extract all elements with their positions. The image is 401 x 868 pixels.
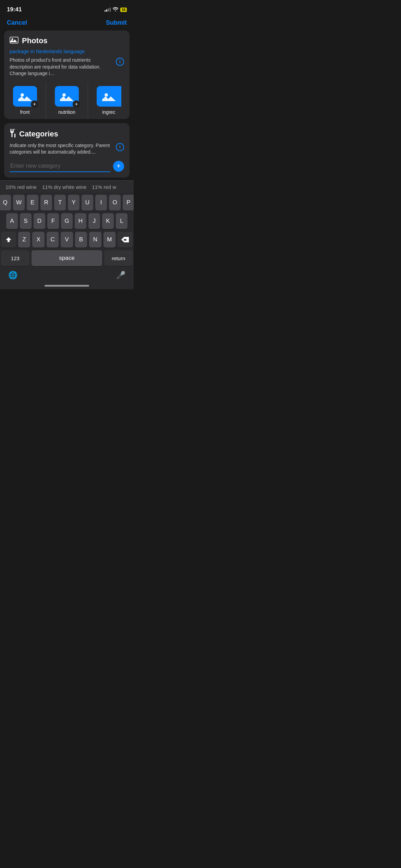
keyboard: Q W E R T Y U I O P A S D F G H J K L Z … [0,193,134,289]
key-m[interactable]: M [104,232,116,248]
photo-icon-nutrition: + [55,86,79,107]
signal-icon [105,8,111,12]
key-y[interactable]: Y [68,195,80,210]
photos-card-link[interactable]: package in Nederlands language [10,48,124,54]
key-o[interactable]: O [109,195,121,210]
wifi-icon [113,7,118,12]
suggestion-0[interactable]: 10% red wine [5,184,37,190]
home-indicator [45,285,89,287]
photos-card: Photos package in Nederlands language Ph… [4,31,130,119]
key-q[interactable]: Q [0,195,11,210]
svg-point-3 [21,93,24,97]
category-input[interactable] [10,160,110,172]
key-j[interactable]: J [88,213,100,229]
keyboard-row-4: 123 space return [0,248,134,267]
key-a[interactable]: A [6,213,18,229]
categories-info-icon[interactable]: i [116,143,124,151]
photos-info-icon[interactable]: i [116,58,124,66]
add-category-button[interactable]: + [113,161,124,172]
photo-item-front[interactable]: + front [4,82,46,119]
key-n[interactable]: N [89,232,101,248]
categories-card: Categories Indicate only the most specif… [4,123,130,178]
categories-description: Indicate only the most specific category… [10,142,124,156]
svg-point-1 [12,38,13,40]
nav-bar: Cancel Submit [0,16,134,31]
photo-label-nutrition: nutrition [58,109,75,115]
photos-card-description: Photos of product's front and nutrients … [10,57,124,77]
suggestion-2[interactable]: 11% red w [92,184,116,190]
svg-point-7 [105,93,108,97]
suggestions-bar: 10% red wine 11% dry white wine 11% red … [0,180,134,193]
battery-icon: 16 [120,8,127,12]
photo-item-nutrition[interactable]: + nutrition [46,82,88,119]
photo-label-front: front [20,109,30,115]
key-s[interactable]: S [20,213,32,229]
fork-icon [10,129,16,140]
delete-key[interactable] [118,232,133,248]
suggestion-1[interactable]: 11% dry white wine [42,184,86,190]
cancel-button[interactable]: Cancel [7,19,27,26]
shift-key[interactable] [1,232,16,248]
numbers-key[interactable]: 123 [1,250,29,266]
key-x[interactable]: X [32,232,44,248]
categories-card-title: Categories [10,129,124,140]
photos-row: + front + nutrition [4,82,130,119]
key-f[interactable]: F [47,213,59,229]
space-key[interactable]: space [32,250,102,266]
photo-label-ingredients: ingrec [102,109,115,115]
key-b[interactable]: B [75,232,87,248]
photo-item-ingredients[interactable]: ingrec [88,82,130,119]
status-icons: 16 [105,7,127,12]
svg-point-5 [62,93,66,97]
key-d[interactable]: D [34,213,45,229]
content-area: Photos package in Nederlands language Ph… [0,31,134,178]
status-time: 19:41 [7,6,22,13]
svg-rect-0 [10,37,18,43]
photo-add-nutrition[interactable]: + [73,100,80,108]
key-i[interactable]: I [95,195,107,210]
key-l[interactable]: L [116,213,127,229]
key-p[interactable]: P [123,195,134,210]
key-v[interactable]: V [61,232,73,248]
photos-card-title: Photos [10,36,124,46]
key-t[interactable]: T [54,195,66,210]
globe-icon[interactable]: 🌐 [8,271,17,280]
key-u[interactable]: U [82,195,93,210]
key-k[interactable]: K [102,213,114,229]
key-g[interactable]: G [61,213,73,229]
keyboard-row-1: Q W E R T Y U I O P [0,193,134,211]
keyboard-row-2: A S D F G H J K L [0,211,134,230]
photos-title-icon [10,36,19,46]
key-w[interactable]: W [13,195,25,210]
submit-button[interactable]: Submit [106,19,127,26]
photo-add-front[interactable]: + [31,100,38,108]
photo-icon-front: + [13,86,37,107]
photo-icon-ingredients [97,86,121,107]
microphone-icon[interactable]: 🎤 [116,271,125,280]
return-key[interactable]: return [104,250,133,266]
key-e[interactable]: E [27,195,38,210]
key-c[interactable]: C [47,232,59,248]
keyboard-row-3: Z X C V B N M [0,230,134,248]
categories-title-text: Categories [19,130,58,138]
key-r[interactable]: R [40,195,52,210]
photos-title-text: Photos [22,36,48,45]
category-input-row: + [10,160,124,172]
status-bar: 19:41 16 [0,0,134,16]
key-z[interactable]: Z [18,232,30,248]
key-h[interactable]: H [75,213,86,229]
